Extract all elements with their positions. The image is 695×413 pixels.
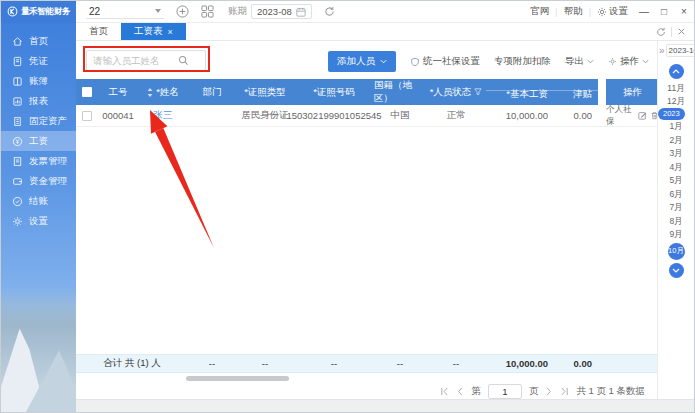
- sidebar-item-label: 凭证: [29, 55, 48, 68]
- header-department: 部门: [188, 79, 236, 105]
- help-link[interactable]: 帮助: [558, 5, 589, 18]
- sidebar-item-ledger[interactable]: 账簿: [1, 71, 76, 91]
- chevron-up-icon: [672, 69, 680, 74]
- header-operation: 操作: [606, 79, 659, 105]
- logo-icon: [7, 6, 18, 17]
- apps-grid-button[interactable]: [201, 5, 214, 18]
- month-item-jun[interactable]: 6月: [669, 189, 682, 199]
- search-icon[interactable]: [178, 55, 189, 66]
- sidebar-item-fixed-assets[interactable]: 固定资产: [1, 111, 76, 131]
- scroll-down-button[interactable]: [669, 263, 684, 278]
- special-deduction-button[interactable]: 专项附加扣除: [494, 55, 551, 68]
- tab-home[interactable]: 首页: [76, 23, 121, 40]
- collapse-panel-icon[interactable]: »: [658, 46, 666, 56]
- month-item-nov[interactable]: 11月: [667, 83, 684, 93]
- month-item-jan[interactable]: 1月: [669, 121, 682, 131]
- cell-cert-type: 居民身份证: [236, 105, 294, 126]
- header-status[interactable]: *人员状态: [426, 79, 486, 105]
- operation-button[interactable]: 操作: [608, 55, 649, 68]
- cell-base-salary: 10,000.00: [486, 105, 554, 126]
- edit-salary-button[interactable]: [638, 111, 647, 120]
- month-item-jul[interactable]: 7月: [669, 202, 682, 212]
- header-cert-type: *证照类型: [236, 79, 294, 105]
- chevron-down-icon: [380, 59, 387, 64]
- sidebar-item-reports[interactable]: 报表: [1, 91, 76, 111]
- header-name[interactable]: *姓名: [138, 79, 188, 105]
- sidebar-item-salary[interactable]: 工资: [1, 131, 76, 151]
- table-header-row: 工号 *姓名 部门 *证照类型 *证照号码 国籍（地区） *人员状态 *基本工资…: [76, 79, 659, 105]
- sidebar-item-home[interactable]: 首页: [1, 31, 76, 51]
- voucher-icon: [12, 56, 23, 67]
- refresh-period-button[interactable]: [324, 6, 335, 17]
- summary-cert-number: --: [294, 355, 374, 372]
- gear-icon: [608, 57, 617, 66]
- tab-bar: 首页 工资表 ×: [76, 23, 694, 41]
- official-site-link[interactable]: 官网: [524, 5, 555, 18]
- settings-link-label: 设置: [609, 5, 628, 18]
- scroll-up-button[interactable]: [669, 64, 684, 79]
- shield-badge-icon: [410, 57, 420, 67]
- sidebar-item-funds[interactable]: 资金管理: [1, 171, 76, 191]
- period-picker[interactable]: 2023-08: [251, 4, 312, 19]
- last-page-button[interactable]: [560, 387, 569, 396]
- sidebar-item-settings[interactable]: 设置: [1, 211, 76, 231]
- export-button[interactable]: 导出: [565, 55, 594, 68]
- month-item-may[interactable]: 5月: [669, 175, 682, 185]
- add-company-button[interactable]: [176, 5, 189, 18]
- payroll-content: 添加人员 统一社保设置 专项附加扣除 导出: [76, 41, 659, 399]
- summary-base-salary: 10,000.00: [486, 355, 554, 372]
- sidebar-item-label: 固定资产: [29, 115, 67, 128]
- maximize-button[interactable]: □: [654, 1, 674, 23]
- first-page-icon: [440, 387, 449, 396]
- month-item-oct-selected[interactable]: 10月: [668, 243, 685, 260]
- cell-nationality: 中国: [374, 105, 426, 126]
- annotation-arrow-shaft: [155, 128, 214, 248]
- close-tabs-button[interactable]: [672, 27, 691, 36]
- chevron-down-icon: [672, 268, 680, 273]
- month-item-feb[interactable]: 2月: [669, 135, 682, 145]
- minimize-button[interactable]: —: [634, 1, 654, 23]
- pagination-total: 共 1 页 1 条数据: [576, 385, 645, 398]
- month-item-dec[interactable]: 12月: [667, 96, 685, 106]
- home-icon: [12, 36, 23, 47]
- filter-funnel-icon: [474, 88, 482, 96]
- employee-name-link[interactable]: 张三: [154, 109, 173, 122]
- social-insurance-button[interactable]: 统一社保设置: [410, 55, 480, 68]
- summary-row: 合计 共 (1) 人 -- -- -- -- -- 10,000.00 0.00: [76, 354, 659, 373]
- close-icon: [677, 27, 686, 36]
- refresh-tab-button[interactable]: [651, 27, 671, 37]
- cell-cert-number: 150302199901052545: [294, 105, 374, 126]
- company-select[interactable]: 22: [86, 5, 164, 19]
- page-number-input[interactable]: [488, 384, 522, 399]
- search-input[interactable]: [93, 55, 175, 66]
- row-checkbox[interactable]: [76, 105, 98, 126]
- personal-social-link[interactable]: 个人社保: [606, 104, 635, 128]
- sidebar-item-voucher[interactable]: 凭证: [1, 51, 76, 71]
- month-item-apr[interactable]: 4月: [669, 162, 682, 172]
- period-label: 账期: [228, 5, 247, 18]
- building-icon: [12, 116, 23, 127]
- first-page-button[interactable]: [440, 387, 449, 396]
- sidebar-item-closing[interactable]: 结账: [1, 191, 76, 211]
- prev-page-button[interactable]: [456, 387, 464, 396]
- salary-icon: [12, 136, 23, 147]
- gear-icon: [12, 216, 23, 227]
- sidebar-item-invoice[interactable]: 发票管理: [1, 151, 76, 171]
- select-all-checkbox[interactable]: [76, 79, 98, 105]
- toolbar: 添加人员 统一社保设置 专项附加扣除 导出: [76, 46, 659, 78]
- tab-payroll[interactable]: 工资表 ×: [121, 23, 186, 40]
- summary-operation: [606, 355, 659, 372]
- month-item-aug[interactable]: 8月: [669, 216, 682, 226]
- month-list: 11月 12月 2023 1月 2月 3月 4月 5月 6月 7月 8月 9月 …: [658, 64, 694, 278]
- company-select-value: 22: [89, 6, 100, 17]
- close-button[interactable]: ×: [674, 1, 694, 23]
- add-person-button[interactable]: 添加人员: [328, 51, 396, 72]
- tab-close-icon[interactable]: ×: [168, 27, 173, 37]
- month-item-sep[interactable]: 9月: [669, 229, 682, 239]
- app-logo: 量禾智能财务: [1, 1, 76, 23]
- header-status-label: *人员状态: [430, 86, 472, 99]
- sidebar-item-label: 设置: [29, 215, 48, 228]
- next-page-button[interactable]: [545, 387, 553, 396]
- settings-link[interactable]: 设置: [591, 5, 634, 18]
- month-item-mar[interactable]: 3月: [669, 148, 682, 158]
